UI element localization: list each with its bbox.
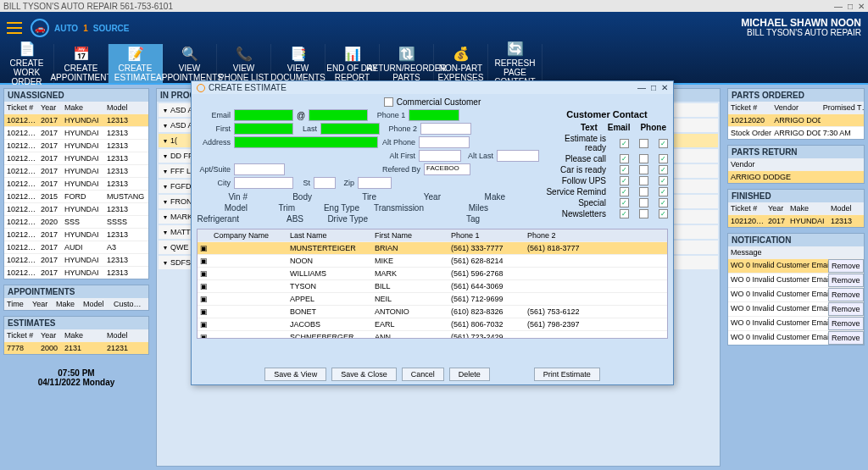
save-close-button[interactable]: Save & Close — [331, 368, 397, 381]
email-field[interactable] — [234, 109, 293, 121]
zip-field[interactable] — [358, 177, 392, 189]
menu-icon[interactable] — [7, 22, 22, 34]
print-estimate-button[interactable]: Print Estimate — [534, 368, 600, 381]
toolbar-button[interactable]: 🔃RETURN/REORDER PARTS — [380, 44, 434, 83]
email-checkbox[interactable] — [639, 198, 648, 207]
text-checkbox[interactable]: ✓ — [620, 187, 629, 196]
table-row[interactable]: ▣NOONMIKE(561) 628-8214 — [198, 254, 667, 267]
phone-checkbox[interactable]: ✓ — [659, 165, 668, 174]
remove-button[interactable]: Remove — [828, 274, 864, 287]
table-row[interactable]: 10212…2017HYUNDAI12313 — [4, 253, 148, 266]
remove-button[interactable]: Remove — [828, 259, 864, 273]
toolbar-button[interactable]: 📝CREATE ESTIMATE — [108, 44, 163, 83]
toolbar-button[interactable]: 🔍VIEW APPOINTMENTS — [163, 44, 217, 83]
text-checkbox[interactable]: ✓ — [620, 139, 629, 148]
email-checkbox[interactable] — [639, 154, 648, 163]
remove-button[interactable]: Remove — [828, 288, 864, 301]
table-row[interactable]: ▣APPELNEIL(561) 712-9699 — [198, 292, 667, 305]
table-row[interactable]: 10212…2017HYUNDAI12313 — [4, 228, 148, 241]
st-field[interactable] — [314, 177, 336, 189]
max-icon[interactable]: □ — [848, 2, 853, 11]
contacts-grid[interactable]: Company NameLast NameFirst NamePhone 1Ph… — [197, 229, 668, 339]
close-icon[interactable]: ✕ — [858, 2, 865, 11]
text-checkbox[interactable]: ✓ — [620, 209, 629, 218]
table-row[interactable]: 10212…2017HYUNDAI12313 — [4, 126, 148, 139]
table-row[interactable]: ▣TYSONBILL(561) 644-3069 — [198, 279, 667, 292]
table-row[interactable]: Stock OrderARRIGO DOD…7:30 AM — [728, 126, 864, 139]
phone-checkbox[interactable]: ✓ — [659, 198, 668, 207]
table-row[interactable]: 10212…2017HYUNDAI12313 — [4, 177, 148, 190]
create-estimate-dialog: CREATE ESTIMATE —□✕ Commercial Customer … — [191, 80, 674, 385]
table-row[interactable]: ▣MUNSTERTEIGERBRIAN(561) 333-7777(561) 8… — [198, 241, 667, 254]
table-row[interactable]: ▣SCHNEEBERGERANN(561) 723-2429 — [198, 330, 667, 339]
text-checkbox[interactable]: ✓ — [620, 165, 629, 174]
commercial-checkbox[interactable] — [384, 97, 393, 107]
toolbar-button[interactable]: 📑VIEW DOCUMENTS — [271, 44, 326, 83]
save-view-button[interactable]: Save & View — [264, 368, 326, 381]
phone2-field[interactable] — [420, 123, 471, 135]
table-row[interactable]: 10212…2017HYUNDAI12313 — [4, 164, 148, 177]
table-row[interactable]: WO 0 Invalid Customer EmailRemove — [728, 316, 864, 330]
table-row[interactable]: ▣JACOBSEARL(561) 806-7032(561) 798-2397 — [198, 318, 667, 330]
toolbar-button[interactable]: 💰NON-PART EXPENSES — [434, 44, 488, 83]
max-icon[interactable]: □ — [651, 83, 656, 92]
last-field[interactable] — [320, 123, 380, 135]
min-icon[interactable]: — — [637, 83, 646, 92]
table-row[interactable]: 10212…2017HYUNDAI12313 — [4, 113, 148, 126]
address-field[interactable] — [234, 136, 378, 148]
table-row[interactable]: ▣WILLIAMSMARK(561) 596-2768 — [198, 267, 667, 279]
altlast-field[interactable] — [497, 150, 539, 162]
remove-button[interactable]: Remove — [828, 317, 864, 330]
appointments-panel: APPOINTMENTS TimeYearMakeModelCusto… — [3, 285, 149, 311]
table-row[interactable]: 10212…2017HYUNDAI12313 — [4, 266, 148, 279]
phone-checkbox[interactable]: ✓ — [659, 176, 668, 185]
email-checkbox[interactable] — [639, 139, 648, 148]
table-row[interactable]: 102120…2017HYUNDAI12313 — [728, 214, 864, 227]
phone-checkbox[interactable]: ✓ — [659, 187, 668, 196]
cancel-button[interactable]: Cancel — [402, 368, 444, 381]
table-row[interactable]: WO 0 Invalid Customer EmailRemove — [728, 330, 864, 345]
table-row[interactable]: 10212…2015FORDMUSTANG — [4, 190, 148, 202]
email-checkbox[interactable] — [639, 165, 648, 174]
phone-checkbox[interactable]: ✓ — [659, 154, 668, 163]
table-row[interactable]: 10212…2017HYUNDAI12313 — [4, 202, 148, 215]
table-row[interactable]: 10212…2017AUDIA3 — [4, 241, 148, 253]
table-row[interactable]: 10212…2017HYUNDAI12313 — [4, 139, 148, 152]
table-row[interactable]: WO 0 Invalid Customer EmailRemove — [728, 258, 864, 273]
notification-panel: NOTIFICATIONMessageWO 0 Invalid Customer… — [727, 233, 865, 346]
altphone-field[interactable] — [419, 136, 470, 148]
delete-button[interactable]: Delete — [449, 368, 490, 381]
toolbar-button[interactable]: 📞VIEW PHONE LIST — [217, 44, 271, 83]
apt-field[interactable] — [234, 163, 285, 175]
toolbar-button[interactable]: 📄CREATE WORK ORDER — [0, 44, 54, 83]
phone1-field[interactable] — [409, 109, 459, 121]
text-checkbox[interactable]: ✓ — [620, 176, 629, 185]
table-row[interactable]: ▣BONETANTONIO(610) 823-8326(561) 753-612… — [198, 305, 667, 318]
email-checkbox[interactable] — [639, 176, 648, 185]
text-checkbox[interactable]: ✓ — [620, 198, 629, 207]
email-domain-field[interactable] — [309, 109, 368, 121]
referedby-select[interactable]: FACEBOO — [424, 163, 470, 175]
first-field[interactable] — [234, 123, 293, 135]
altfirst-field[interactable] — [419, 150, 461, 162]
table-row[interactable]: WO 0 Invalid Customer EmailRemove — [728, 273, 864, 287]
table-row[interactable]: WO 0 Invalid Customer EmailRemove — [728, 301, 864, 316]
min-icon[interactable]: — — [834, 2, 843, 11]
table-row[interactable]: 10212020ARRIGO DOD… — [728, 113, 864, 126]
table-row[interactable]: 10212…2020SSSSSSS — [4, 215, 148, 228]
phone-checkbox[interactable]: ✓ — [659, 139, 668, 148]
table-row[interactable]: WO 0 Invalid Customer EmailRemove — [728, 287, 864, 301]
city-field[interactable] — [234, 177, 293, 189]
toolbar-button[interactable]: 🔄REFRESH PAGE CONTENT — [488, 44, 542, 83]
email-checkbox[interactable] — [639, 187, 648, 196]
email-checkbox[interactable] — [639, 209, 648, 218]
toolbar-button[interactable]: 📅CREATE APPOINTMENT — [54, 44, 108, 83]
table-row[interactable]: 10212…2017HYUNDAI12313 — [4, 152, 148, 164]
text-checkbox[interactable]: ✓ — [620, 154, 629, 163]
table-row[interactable]: ARRIGO DODGE — [728, 170, 864, 183]
remove-button[interactable]: Remove — [828, 302, 864, 316]
close-icon[interactable]: ✕ — [661, 83, 668, 92]
phone-checkbox[interactable]: ✓ — [659, 209, 668, 218]
remove-button[interactable]: Remove — [828, 331, 864, 345]
table-row[interactable]: 77782000213121231 — [4, 341, 148, 354]
